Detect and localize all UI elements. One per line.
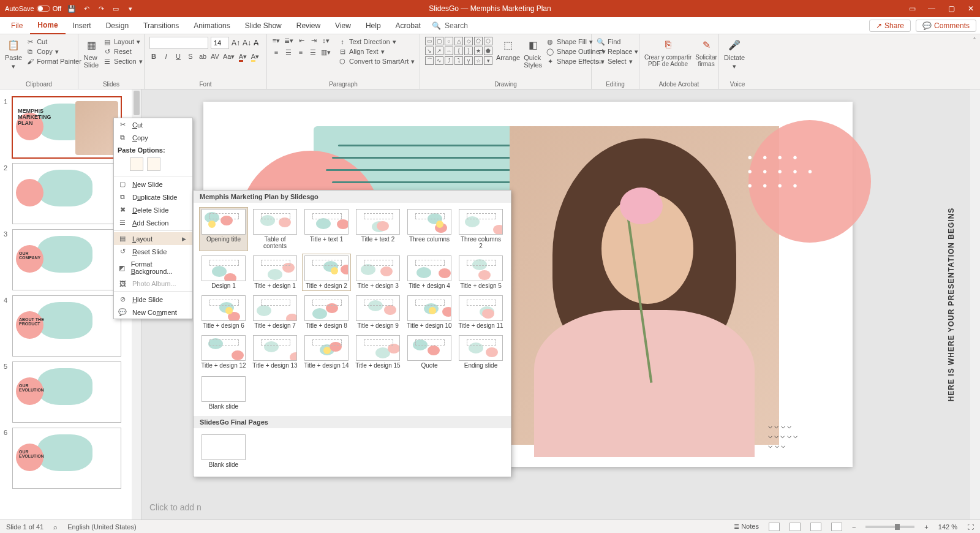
align-center-button[interactable]: ☰ [284,48,293,56]
tab-view[interactable]: View [328,18,358,34]
replace-button[interactable]: ⇄Replace ▾ [597,47,638,56]
view-reading-icon[interactable] [810,523,821,531]
copy-button[interactable]: ⧉Copy ▾ [26,47,81,56]
qat-more-icon[interactable]: ▾ [126,4,135,13]
close-icon[interactable]: ✕ [967,4,975,13]
italic-button[interactable]: I [162,53,170,61]
layout-option-14[interactable]: Title + design 8 [303,294,350,330]
tab-home[interactable]: Home [30,17,65,34]
ctx-new-slide[interactable]: ▢New Slide [114,178,192,191]
layout-option-5[interactable]: Three columns 2 [457,208,505,251]
adobe-sign-button[interactable]: ✎Solicitar firmas [695,37,717,67]
ctx-add-section[interactable]: ☰Add Section [114,216,192,229]
zoom-in-button[interactable]: + [924,523,928,531]
bold-button[interactable]: B [149,53,158,61]
adobe-create-pdf-button[interactable]: ⎘Crear y compartir PDF de Adobe [644,37,692,67]
ribbon-mode-icon[interactable]: ▭ [908,4,916,13]
decrease-font-icon[interactable]: A↓ [243,39,251,47]
layout-option-4[interactable]: Three columns [405,208,453,251]
layout-option-21[interactable]: Title + design 15 [354,334,402,370]
shapes-gallery[interactable]: ▭▢○△◇⬠⬡ ↘↗↔{}★⬟ ⌒∿⤴⤵γ☆▾ [425,37,492,65]
clear-format-icon[interactable]: A̶ [254,39,258,47]
indent-dec-button[interactable]: ⇤ [297,37,306,45]
layout-option-0[interactable]: Opening title [200,208,247,251]
notes-toggle[interactable]: ≣ Notes [734,523,759,531]
layout-option-3[interactable]: Title + text 2 [354,208,402,251]
paste-option-2[interactable] [147,157,160,171]
align-left-button[interactable]: ≡ [272,48,281,56]
layout-option-15[interactable]: Title + design 9 [354,294,402,330]
ctx-delete-slide[interactable]: ✖Delete Slide [114,203,192,216]
underline-button[interactable]: U [174,53,183,61]
maximize-icon[interactable]: ▢ [947,4,956,13]
ctx-duplicate-slide[interactable]: ⧉Duplicate Slide [114,191,192,203]
layout-option-7[interactable]: Title + design 1 [251,254,299,290]
layout-option-10[interactable]: Title + design 4 [405,254,453,290]
smartart-button[interactable]: ⬡Convert to SmartArt ▾ [338,56,415,66]
layout-option-16[interactable]: Title + design 10 [405,294,453,330]
comments-button[interactable]: 💬Comments [916,20,976,32]
status-spell-icon[interactable]: ⌕ [53,523,58,531]
ctx-new-comment[interactable]: 💬New Comment [114,306,192,319]
layout-option-22[interactable]: Quote [405,334,453,370]
paste-option-1[interactable] [130,157,143,171]
autosave-toggle[interactable]: AutoSave Off [5,5,61,12]
new-slide-button[interactable]: ▦New Slide [83,37,99,69]
layout-option-11[interactable]: Title + design 5 [457,254,505,290]
spacing-button[interactable]: AV [211,53,219,61]
layout-option-9[interactable]: Title + design 3 [354,254,402,290]
quick-styles-button[interactable]: ◧Quick Styles [524,37,542,69]
layout-option-2[interactable]: Title + text 1 [303,208,350,251]
align-right-button[interactable]: ≡ [296,48,305,56]
redo-icon[interactable]: ↷ [97,4,105,13]
zoom-slider[interactable] [865,526,914,528]
thumbnail-slide-5[interactable]: 5OUR EVOLUTION [0,359,141,425]
ctx-layout[interactable]: ▤Layout▶ [114,232,192,245]
line-spacing-button[interactable]: ↕▾ [322,37,330,45]
layout-option-19[interactable]: Title + design 13 [251,334,299,370]
tab-transitions[interactable]: Transitions [136,18,186,34]
save-icon[interactable]: 💾 [67,4,76,13]
layout-option-17[interactable]: Title + design 11 [457,294,505,330]
reset-button[interactable]: ↺Reset [103,47,143,56]
font-color-button[interactable]: A▾ [238,53,247,61]
find-button[interactable]: 🔍Find [597,37,638,47]
case-button[interactable]: Aa▾ [223,53,235,61]
share-button[interactable]: ↗Share [869,20,911,32]
tell-me-search[interactable]: 🔍 Search [428,20,472,31]
layout-option-1[interactable]: Table of contents [251,208,299,251]
layout-option-13[interactable]: Title + design 7 [251,294,299,330]
numbering-button[interactable]: ≣▾ [284,37,293,45]
tab-insert[interactable]: Insert [66,18,99,34]
thumbnail-slide-6[interactable]: 6OUR EVOLUTION [0,425,141,491]
present-icon[interactable]: ▭ [111,4,120,13]
justify-button[interactable]: ☰ [309,48,317,56]
paste-button[interactable]: 📋Paste▾ [5,37,22,70]
tab-file[interactable]: File [4,18,30,34]
bullets-button[interactable]: ≡▾ [272,37,281,45]
zoom-level[interactable]: 142 % [938,523,957,531]
notes-placeholder[interactable]: Click to add n [149,502,202,512]
font-name-input[interactable] [149,37,208,49]
collapse-ribbon-icon[interactable]: ˄ [969,34,980,89]
increase-font-icon[interactable]: A↑ [232,39,240,47]
columns-button[interactable]: ▥▾ [321,48,331,56]
strike-button[interactable]: S [186,53,195,61]
layout-option-6[interactable]: Design 1 [200,254,247,290]
layout-option-20[interactable]: Title + design 14 [303,334,350,370]
cut-button[interactable]: ✂Cut [26,37,81,47]
select-button[interactable]: ▭Select ▾ [597,56,638,66]
tab-slideshow[interactable]: Slide Show [238,18,289,34]
status-language[interactable]: English (United States) [67,523,137,531]
view-slideshow-icon[interactable] [831,523,842,531]
highlight-button[interactable]: A▾ [251,53,259,61]
layout-button[interactable]: ▤Layout ▾ [103,37,143,47]
undo-icon[interactable]: ↶ [82,4,91,13]
ctx-reset-slide[interactable]: ↺Reset Slide [114,245,192,258]
ctx-format-background[interactable]: ◩Format Background... [114,258,192,278]
layout-option-12[interactable]: Title + design 6 [200,294,247,330]
dictate-button[interactable]: 🎤Dictate▾ [724,37,745,70]
layout-blank-2[interactable]: Blank slide [200,433,247,469]
align-text-button[interactable]: ⊟Align Text ▾ [338,47,415,56]
font-size-input[interactable] [211,37,229,49]
